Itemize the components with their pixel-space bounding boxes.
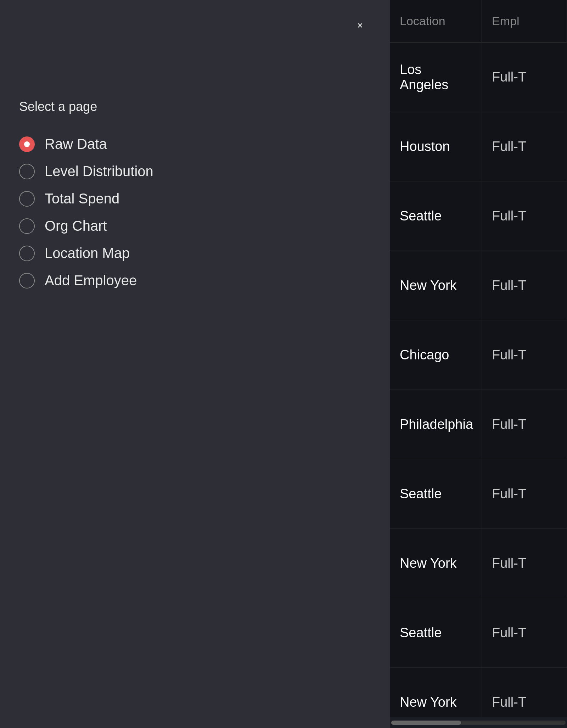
employment-cell: Full-T <box>482 112 567 181</box>
radio-item-total-spend[interactable]: Total Spend <box>19 187 232 210</box>
radio-circle-raw-data <box>19 136 35 152</box>
radio-item-add-employee[interactable]: Add Employee <box>19 269 232 292</box>
close-button[interactable]: × <box>352 17 369 34</box>
select-page-label: Select a page <box>19 99 232 114</box>
radio-label-location-map: Location Map <box>45 245 130 261</box>
location-cell: Chicago <box>390 320 482 390</box>
location-cell: Seattle <box>390 181 482 251</box>
employment-cell: Full-T <box>482 529 567 598</box>
employment-cell: Full-T <box>482 251 567 320</box>
table-row: HoustonFull-T <box>390 112 567 181</box>
radio-group: Raw DataLevel DistributionTotal SpendOrg… <box>19 133 232 292</box>
radio-item-org-chart[interactable]: Org Chart <box>19 214 232 237</box>
panel-content: Select a page Raw DataLevel Distribution… <box>19 99 232 292</box>
radio-item-raw-data[interactable]: Raw Data <box>19 133 232 156</box>
radio-label-level-distribution: Level Distribution <box>45 163 153 179</box>
table-row: New YorkFull-T <box>390 529 567 598</box>
table-rows: Los AngelesFull-THoustonFull-TSeattleFul… <box>390 43 567 728</box>
radio-circle-location-map <box>19 246 35 261</box>
table-row: New YorkFull-T <box>390 251 567 320</box>
location-cell: Seattle <box>390 459 482 528</box>
table-row: SeattleFull-T <box>390 459 567 529</box>
employment-cell: Full-T <box>482 459 567 528</box>
table-row: Los AngelesFull-T <box>390 43 567 112</box>
radio-label-add-employee: Add Employee <box>45 273 137 289</box>
employment-cell: Full-T <box>482 43 567 112</box>
location-cell: Los Angeles <box>390 43 482 112</box>
table-area: Location Empl Los AngelesFull-THoustonFu… <box>390 0 567 728</box>
table-wrapper: Location Empl Los AngelesFull-THoustonFu… <box>390 0 567 728</box>
scrollbar-thumb[interactable] <box>391 721 461 725</box>
radio-circle-level-distribution <box>19 164 35 179</box>
location-cell: New York <box>390 251 482 320</box>
employment-header: Empl <box>482 0 567 42</box>
overlay-panel: × Select a page Raw DataLevel Distributi… <box>0 0 390 728</box>
radio-label-raw-data: Raw Data <box>45 136 107 152</box>
employment-cell: Full-T <box>482 598 567 667</box>
radio-item-location-map[interactable]: Location Map <box>19 242 232 265</box>
employment-cell: Full-T <box>482 181 567 251</box>
table-row: SeattleFull-T <box>390 181 567 251</box>
location-header: Location <box>390 0 482 42</box>
location-cell: Houston <box>390 112 482 181</box>
location-cell: Seattle <box>390 598 482 667</box>
scrollbar-area[interactable] <box>390 717 567 728</box>
table-row: PhiladelphiaFull-T <box>390 390 567 459</box>
employment-cell: Full-T <box>482 320 567 390</box>
location-cell: Philadelphia <box>390 390 482 459</box>
radio-item-level-distribution[interactable]: Level Distribution <box>19 160 232 183</box>
table-header: Location Empl <box>390 0 567 43</box>
table-row: ChicagoFull-T <box>390 320 567 390</box>
scrollbar-track[interactable] <box>391 721 566 725</box>
radio-label-total-spend: Total Spend <box>45 191 119 207</box>
radio-circle-add-employee <box>19 273 35 289</box>
radio-circle-org-chart <box>19 218 35 234</box>
location-cell: New York <box>390 529 482 598</box>
radio-label-org-chart: Org Chart <box>45 218 107 234</box>
table-row: SeattleFull-T <box>390 598 567 668</box>
employment-cell: Full-T <box>482 390 567 459</box>
radio-circle-total-spend <box>19 191 35 207</box>
